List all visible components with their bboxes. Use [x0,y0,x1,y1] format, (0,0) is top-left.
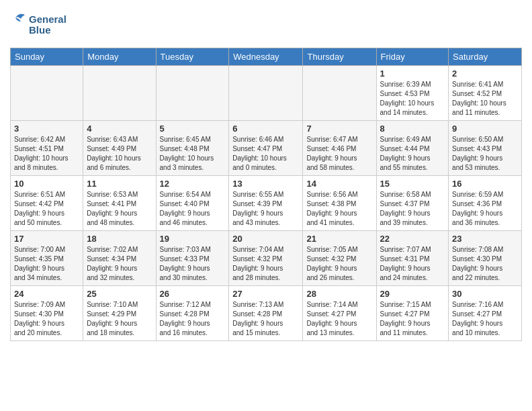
calendar-week-5: 24Sunrise: 7:09 AM Sunset: 4:30 PM Dayli… [11,286,522,341]
calendar-cell: 26Sunrise: 7:12 AM Sunset: 4:28 PM Dayli… [156,286,229,341]
day-info: Sunrise: 6:54 AM Sunset: 4:40 PM Dayligh… [160,190,226,228]
weekday-header-monday: Monday [83,48,156,66]
day-number: 14 [306,179,372,189]
calendar-table: SundayMondayTuesdayWednesdayThursdayFrid… [10,48,522,341]
day-number: 16 [452,179,518,189]
calendar-cell: 16Sunrise: 6:59 AM Sunset: 4:36 PM Dayli… [449,176,522,231]
day-number: 3 [14,124,79,134]
calendar-cell: 8Sunrise: 6:49 AM Sunset: 4:44 PM Daylig… [376,121,449,176]
calendar-cell: 12Sunrise: 6:54 AM Sunset: 4:40 PM Dayli… [156,176,229,231]
day-info: Sunrise: 6:43 AM Sunset: 4:49 PM Dayligh… [87,135,152,173]
day-number: 12 [160,179,226,189]
day-number: 24 [14,289,79,299]
day-number: 27 [232,289,299,299]
day-info: Sunrise: 6:59 AM Sunset: 4:36 PM Dayligh… [452,190,518,228]
day-info: Sunrise: 6:42 AM Sunset: 4:51 PM Dayligh… [14,135,79,173]
day-info: Sunrise: 7:08 AM Sunset: 4:30 PM Dayligh… [452,245,518,283]
day-number: 26 [160,289,226,299]
day-info: Sunrise: 6:53 AM Sunset: 4:41 PM Dayligh… [87,190,152,228]
day-number: 19 [160,234,226,244]
day-info: Sunrise: 6:50 AM Sunset: 4:43 PM Dayligh… [452,135,518,173]
day-number: 15 [380,179,445,189]
day-number: 1 [380,68,445,79]
day-number: 21 [306,234,372,244]
weekday-header-saturday: Saturday [449,48,522,66]
day-info: Sunrise: 7:15 AM Sunset: 4:27 PM Dayligh… [380,300,445,338]
calendar-cell: 6Sunrise: 6:46 AM Sunset: 4:47 PM Daylig… [229,121,303,176]
calendar-cell: 30Sunrise: 7:16 AM Sunset: 4:27 PM Dayli… [449,286,522,341]
calendar-cell: 7Sunrise: 6:47 AM Sunset: 4:46 PM Daylig… [303,121,376,176]
day-info: Sunrise: 6:39 AM Sunset: 4:53 PM Dayligh… [380,80,445,118]
day-info: Sunrise: 7:00 AM Sunset: 4:35 PM Dayligh… [14,245,79,283]
calendar-week-4: 17Sunrise: 7:00 AM Sunset: 4:35 PM Dayli… [11,231,522,286]
day-info: Sunrise: 6:51 AM Sunset: 4:42 PM Dayligh… [14,190,79,228]
calendar-cell: 3Sunrise: 6:42 AM Sunset: 4:51 PM Daylig… [11,121,83,176]
calendar-cell: 11Sunrise: 6:53 AM Sunset: 4:41 PM Dayli… [83,176,156,231]
day-number: 29 [380,289,445,299]
calendar-cell: 9Sunrise: 6:50 AM Sunset: 4:43 PM Daylig… [449,121,522,176]
calendar-cell: 17Sunrise: 7:00 AM Sunset: 4:35 PM Dayli… [11,231,83,286]
day-info: Sunrise: 7:02 AM Sunset: 4:34 PM Dayligh… [87,245,152,283]
day-number: 2 [452,68,518,79]
day-info: Sunrise: 7:09 AM Sunset: 4:30 PM Dayligh… [14,300,79,338]
calendar-cell: 27Sunrise: 7:13 AM Sunset: 4:28 PM Dayli… [229,286,303,341]
day-info: Sunrise: 6:58 AM Sunset: 4:37 PM Dayligh… [380,190,445,228]
day-number: 25 [87,289,152,299]
day-info: Sunrise: 7:04 AM Sunset: 4:32 PM Dayligh… [232,245,299,283]
calendar-header-row: SundayMondayTuesdayWednesdayThursdayFrid… [11,48,522,66]
calendar-cell: 23Sunrise: 7:08 AM Sunset: 4:30 PM Dayli… [449,231,522,286]
calendar-cell: 19Sunrise: 7:03 AM Sunset: 4:33 PM Dayli… [156,231,229,286]
calendar-week-2: 3Sunrise: 6:42 AM Sunset: 4:51 PM Daylig… [11,121,522,176]
day-info: Sunrise: 6:56 AM Sunset: 4:38 PM Dayligh… [306,190,372,228]
day-info: Sunrise: 7:13 AM Sunset: 4:28 PM Dayligh… [232,300,299,338]
weekday-header-friday: Friday [376,48,449,66]
logo-text-block: General Blue [10,9,84,42]
calendar-cell: 18Sunrise: 7:02 AM Sunset: 4:34 PM Dayli… [83,231,156,286]
day-number: 6 [232,124,299,134]
day-number: 7 [306,124,372,134]
calendar-cell: 13Sunrise: 6:55 AM Sunset: 4:39 PM Dayli… [229,176,303,231]
calendar-cell [11,66,83,121]
day-number: 13 [232,179,299,189]
page: General Blue SundayMondayTuesdayWednesda… [0,0,532,411]
day-info: Sunrise: 6:55 AM Sunset: 4:39 PM Dayligh… [232,190,299,228]
day-info: Sunrise: 7:05 AM Sunset: 4:32 PM Dayligh… [306,245,372,283]
logo: General Blue [10,9,84,42]
logo-svg: General Blue [10,9,84,40]
day-info: Sunrise: 7:14 AM Sunset: 4:27 PM Dayligh… [306,300,372,338]
calendar-cell: 4Sunrise: 6:43 AM Sunset: 4:49 PM Daylig… [83,121,156,176]
calendar-cell [303,66,376,121]
day-number: 10 [14,179,79,189]
calendar-cell: 15Sunrise: 6:58 AM Sunset: 4:37 PM Dayli… [376,176,449,231]
svg-text:General: General [29,13,66,25]
day-number: 8 [380,124,445,134]
calendar-cell [229,66,303,121]
day-info: Sunrise: 6:41 AM Sunset: 4:52 PM Dayligh… [452,80,518,118]
calendar-cell: 5Sunrise: 6:45 AM Sunset: 4:48 PM Daylig… [156,121,229,176]
day-info: Sunrise: 6:46 AM Sunset: 4:47 PM Dayligh… [232,135,299,173]
calendar-cell [156,66,229,121]
calendar-week-3: 10Sunrise: 6:51 AM Sunset: 4:42 PM Dayli… [11,176,522,231]
calendar-cell [83,66,156,121]
day-number: 23 [452,234,518,244]
day-info: Sunrise: 6:45 AM Sunset: 4:48 PM Dayligh… [160,135,226,173]
calendar-cell: 29Sunrise: 7:15 AM Sunset: 4:27 PM Dayli… [376,286,449,341]
day-number: 5 [160,124,226,134]
day-info: Sunrise: 7:03 AM Sunset: 4:33 PM Dayligh… [160,245,226,283]
day-number: 4 [87,124,152,134]
day-info: Sunrise: 6:49 AM Sunset: 4:44 PM Dayligh… [380,135,445,173]
day-number: 18 [87,234,152,244]
calendar-cell: 1Sunrise: 6:39 AM Sunset: 4:53 PM Daylig… [376,66,449,121]
day-info: Sunrise: 7:07 AM Sunset: 4:31 PM Dayligh… [380,245,445,283]
calendar-cell: 25Sunrise: 7:10 AM Sunset: 4:29 PM Dayli… [83,286,156,341]
calendar-cell: 20Sunrise: 7:04 AM Sunset: 4:32 PM Dayli… [229,231,303,286]
day-info: Sunrise: 6:47 AM Sunset: 4:46 PM Dayligh… [306,135,372,173]
calendar-cell: 21Sunrise: 7:05 AM Sunset: 4:32 PM Dayli… [303,231,376,286]
calendar-cell: 28Sunrise: 7:14 AM Sunset: 4:27 PM Dayli… [303,286,376,341]
day-number: 28 [306,289,372,299]
weekday-header-thursday: Thursday [303,48,376,66]
calendar-cell: 14Sunrise: 6:56 AM Sunset: 4:38 PM Dayli… [303,176,376,231]
weekday-header-sunday: Sunday [11,48,83,66]
day-number: 30 [452,289,518,299]
calendar-cell: 22Sunrise: 7:07 AM Sunset: 4:31 PM Dayli… [376,231,449,286]
